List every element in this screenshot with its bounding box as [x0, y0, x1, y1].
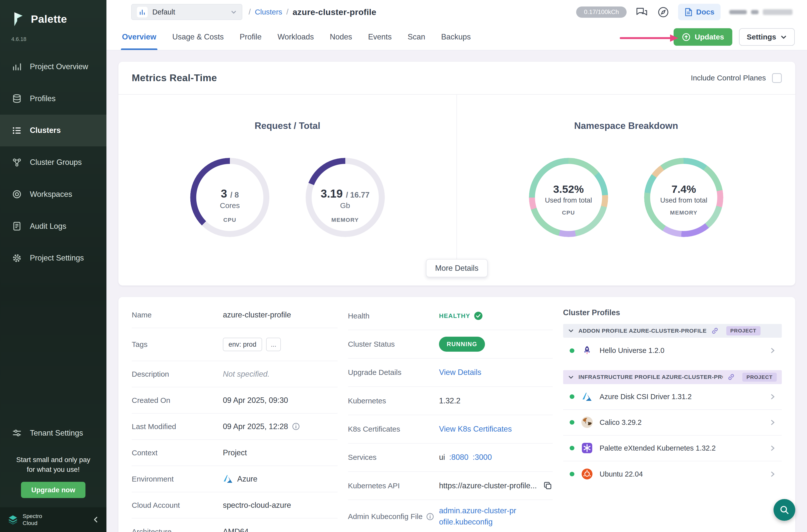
layers-icon	[12, 93, 22, 104]
detail-row-cloud-account: Cloud Account spectro-cloud-azure	[132, 492, 338, 518]
sidebar-item-label: Tenant Settings	[30, 429, 83, 438]
addon-profile-header[interactable]: ADDON PROFILE AZURE-CLUSTER-PROFILE PROJ…	[563, 324, 782, 338]
project-selector[interactable]: Default	[131, 4, 242, 20]
service-port-8080-link[interactable]: :8080	[449, 453, 468, 462]
rocket-icon	[581, 344, 594, 357]
memory-label: MEMORY	[331, 216, 359, 223]
annotation-arrow	[619, 34, 680, 43]
search-fab[interactable]	[773, 499, 795, 521]
details-left-column: Name azure-cluster-profile Tags env: pro…	[132, 302, 338, 532]
profile-item-hello-universe[interactable]: Hello Universe 1.2.0	[563, 338, 782, 363]
breadcrumb-separator: /	[249, 7, 251, 17]
profile-item-calico[interactable]: Calico 3.29.2	[563, 410, 782, 436]
user-menu-redacted[interactable]	[729, 9, 792, 15]
updates-button[interactable]: Updates	[674, 28, 732, 46]
content: Metrics Real-Time Include Control Planes…	[107, 51, 807, 532]
collapse-sidebar-icon[interactable]	[92, 516, 99, 523]
service-port-3000-link[interactable]: :3000	[472, 453, 492, 462]
sidebar-item-project-overview[interactable]: Project Overview	[0, 51, 107, 83]
sidebar-item-label: Profiles	[30, 94, 55, 103]
namespace-breakdown-section: Namespace Breakdown 3.52% Used from tota…	[457, 95, 795, 259]
info-icon[interactable]	[426, 513, 434, 520]
target-circle-icon	[12, 189, 22, 199]
cluster-profiles-panel: Cluster Profiles ADDON PROFILE AZURE-CLU…	[563, 302, 782, 532]
namespace-breakdown-title: Namespace Breakdown	[574, 120, 678, 131]
sidebar-footer: Spectro Cloud	[0, 507, 107, 532]
status-dot	[570, 348, 575, 353]
breadcrumb-separator: /	[286, 7, 288, 17]
tab-nodes[interactable]: Nodes	[330, 24, 352, 50]
detail-row-k8s-certificates: K8s Certificates View K8s Certificates	[348, 415, 553, 443]
chevron-right-icon	[770, 445, 776, 451]
include-control-planes-checkbox[interactable]	[772, 73, 782, 83]
upgrade-now-button[interactable]: Upgrade now	[21, 482, 86, 498]
detail-row-admin-kubeconfig: Admin Kubeconfig File admin.azure-cluste…	[348, 500, 553, 532]
sidebar-item-tenant-settings[interactable]: Tenant Settings	[0, 417, 107, 449]
sidebar-item-workspaces[interactable]: Workspaces	[0, 178, 107, 210]
settings-button[interactable]: Settings	[739, 28, 795, 46]
sidebar-item-label: Workspaces	[30, 190, 72, 199]
view-details-link[interactable]: View Details	[439, 368, 553, 377]
infrastructure-profile-header[interactable]: INFRASTRUCTURE PROFILE AZURE-CLUSTER-PRO…	[563, 370, 782, 384]
detail-row-health: Health HEALTHY	[348, 302, 553, 330]
profile-item-azure-disk-csi[interactable]: Azure Disk CSI Driver 1.31.2	[563, 384, 782, 410]
chevron-right-icon	[770, 347, 776, 354]
tab-overview[interactable]: Overview	[122, 24, 156, 50]
namespace-cpu-pct: 3.52%	[553, 183, 584, 195]
profile-item-ubuntu[interactable]: Ubuntu 22.04	[563, 461, 782, 487]
link-icon	[711, 327, 718, 335]
sidebar-nav: Project Overview Profiles Clusters Clust…	[0, 51, 107, 274]
cpu-request-donut: 3 / 8 Cores CPU	[190, 158, 269, 237]
metrics-card: Metrics Real-Time Include Control Planes…	[118, 62, 795, 285]
sidebar-item-label: Clusters	[30, 126, 61, 135]
tab-backups[interactable]: Backups	[441, 24, 471, 50]
cluster-details-card: Name azure-cluster-profile Tags env: pro…	[118, 297, 795, 532]
gear-icon	[12, 253, 22, 263]
sidebar-item-cluster-groups[interactable]: Cluster Groups	[0, 146, 107, 178]
memory-request-total: / 16.77	[346, 191, 369, 199]
info-icon[interactable]	[292, 423, 300, 430]
chevron-down-icon	[780, 34, 787, 40]
memory-unit: Gb	[340, 201, 350, 210]
status-dot	[570, 472, 575, 477]
copy-icon[interactable]	[543, 481, 553, 491]
docs-icon	[684, 7, 693, 17]
tab-workloads[interactable]: Workloads	[278, 24, 314, 50]
chevron-down-icon	[568, 328, 574, 334]
profile-item-palette-extended-k8s[interactable]: Palette eXtended Kubernetes 1.32.2	[563, 436, 782, 461]
more-tags-chip[interactable]: ...	[266, 338, 281, 351]
sidebar-item-profiles[interactable]: Profiles	[0, 83, 107, 115]
chevron-right-icon	[770, 394, 776, 400]
breadcrumb-current: azure-cluster-profile	[293, 7, 376, 17]
tab-profile[interactable]: Profile	[240, 24, 262, 50]
breadcrumb-clusters-link[interactable]: Clusters	[255, 8, 282, 16]
status-dot	[570, 394, 575, 399]
detail-row-environment: Environment Azure	[132, 466, 338, 492]
project-selector-value: Default	[152, 8, 226, 16]
pxk-icon	[581, 442, 594, 455]
more-details-button[interactable]: More Details	[426, 259, 488, 277]
search-icon	[779, 505, 789, 515]
tab-scan[interactable]: Scan	[408, 24, 425, 50]
ubuntu-icon	[581, 468, 594, 480]
update-circle-icon	[682, 33, 691, 41]
brand-row: Palette	[0, 0, 107, 28]
updates-label: Updates	[695, 33, 724, 41]
detail-row-kubernetes-api: Kubernetes API https://azure-cluster-pro…	[348, 472, 553, 500]
clusters-list-icon	[12, 126, 22, 136]
chat-icon[interactable]	[635, 6, 648, 18]
detail-row-created-on: Created On 09 Apr 2025, 09:30	[132, 387, 338, 414]
link-icon	[728, 374, 735, 381]
tab-usage-costs[interactable]: Usage & Costs	[172, 24, 224, 50]
docs-button[interactable]: Docs	[678, 4, 720, 20]
sidebar-item-project-settings[interactable]: Project Settings	[0, 242, 107, 274]
kubeconfig-download-link[interactable]: admin.azure-cluster-profile.kubeconfig	[439, 505, 517, 528]
tab-events[interactable]: Events	[368, 24, 392, 50]
view-k8s-certificates-link[interactable]: View K8s Certificates	[439, 424, 553, 434]
project-chart-icon	[137, 7, 148, 18]
sidebar-item-clusters[interactable]: Clusters	[0, 115, 107, 147]
sidebar-item-audit-logs[interactable]: Audit Logs	[0, 210, 107, 242]
compass-icon[interactable]	[657, 6, 669, 18]
detail-row-cluster-status: Cluster Status RUNNING	[348, 330, 553, 358]
detail-row-tags: Tags env: prod ...	[132, 328, 338, 361]
